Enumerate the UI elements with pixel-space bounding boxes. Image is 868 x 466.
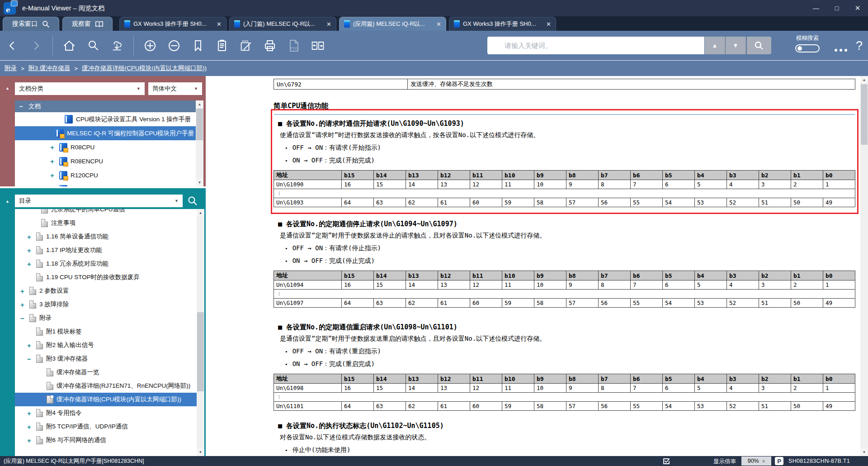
pdf-icon[interactable]: PDF	[286, 38, 302, 53]
collapse-icon[interactable]: −	[19, 103, 28, 110]
toc-item[interactable]: + 1.18 冗余系统对应功能	[15, 257, 204, 271]
print-icon[interactable]	[262, 38, 278, 53]
scroll-up-icon[interactable]: ▲	[860, 76, 868, 84]
keyword-search-input[interactable]	[487, 37, 704, 54]
toc-dropdown[interactable]: 目录 ▼	[15, 195, 183, 207]
toc-item[interactable]: + 1.17 IP地址更改功能	[15, 243, 204, 257]
zoom-in-icon[interactable]	[142, 38, 158, 53]
document-tab[interactable]: (入门篇) MELSEC iQ-R以... ✕	[229, 17, 336, 31]
zoom-out-icon[interactable]	[166, 38, 182, 53]
expander-icon[interactable]: +	[27, 409, 36, 417]
scroll-up-icon[interactable]: ▲	[196, 100, 203, 108]
breadcrumb-link[interactable]: 缓冲存储器详细(CPU模块(内置以太网端口部))	[82, 64, 207, 72]
toc-item[interactable]: + 3 故障排除	[15, 298, 204, 311]
toc-scrollbar[interactable]: ▲ ▼	[197, 209, 204, 456]
scrollbar-thumb[interactable]	[197, 312, 204, 391]
check-status-icon[interactable]	[663, 457, 670, 465]
breadcrumb-link[interactable]: 附录	[5, 64, 17, 72]
expander-icon[interactable]: +	[27, 342, 36, 349]
bookmark-icon[interactable]	[190, 38, 206, 53]
close-tab-icon[interactable]: ✕	[436, 21, 441, 28]
toc-item[interactable]: + 2 参数设置	[15, 284, 204, 298]
breadcrumb-link[interactable]: 附3 缓冲存储器	[28, 64, 70, 72]
toc-item[interactable]: + 附4 专用指令	[15, 406, 204, 420]
tab-watch-window[interactable]: 观察窗	[62, 17, 113, 31]
tab-search-window[interactable]: 搜索窗口	[3, 17, 59, 31]
expander-icon[interactable]: −	[27, 355, 36, 363]
expander-icon[interactable]: +	[20, 301, 29, 309]
forward-icon[interactable]	[28, 38, 44, 53]
toc-item[interactable]: 附1 模块标签	[15, 325, 204, 338]
ellipsis-row: ⋮	[274, 393, 855, 402]
search-next-button[interactable]: ▼	[726, 37, 746, 54]
document-tree-item[interactable]: + R08CPU	[15, 140, 203, 154]
document-tab[interactable]: GX Works3 操作手册 SH0... ✕	[119, 17, 226, 31]
main-scrollbar[interactable]: ▲ ▼	[860, 76, 868, 456]
help-icon[interactable]: ?	[856, 39, 863, 53]
expander-icon[interactable]: +	[27, 423, 36, 431]
home-icon[interactable]	[61, 38, 77, 53]
document-tree-item[interactable]: + R08ENCPU	[15, 154, 203, 168]
scroll-down-icon[interactable]: ▼	[860, 448, 868, 456]
toc-item[interactable]: 缓冲存储器详细(CPU模块(内置以太网端口部))	[15, 393, 204, 406]
document-tab-label: GX Works3 操作手册 SH0...	[463, 20, 536, 28]
collapse-panel-icon[interactable]: ▲	[5, 199, 9, 204]
collapse-panel-icon[interactable]: ▲	[5, 86, 9, 90]
document-category-dropdown[interactable]: 文档分类 ▼	[15, 82, 145, 95]
expander-icon[interactable]: +	[27, 437, 36, 444]
fuzzy-search-toggle[interactable]	[795, 44, 820, 52]
close-tab-icon[interactable]: ✕	[326, 21, 331, 28]
expander-icon[interactable]: +	[50, 185, 59, 186]
toc-item[interactable]: + 附6 与不同网络的通信	[15, 433, 204, 447]
document-tree-item[interactable]: +	[15, 182, 203, 186]
expander-icon[interactable]: +	[27, 247, 36, 254]
toc-item[interactable]: − 附录	[15, 311, 204, 325]
toc-item[interactable]: + 附2 输入输出信号	[15, 338, 204, 352]
table-row: Un\G792 发送缓冲、存储器不足发生次数	[274, 79, 855, 90]
document-tree-item[interactable]: + R120CPU	[15, 168, 203, 182]
close-window-icon[interactable]: ✕	[847, 0, 868, 16]
scroll-down-icon[interactable]: ▼	[197, 448, 204, 456]
document-tab[interactable]: GX Works3 操作手册 SH0... ✕	[449, 17, 556, 31]
toc-item[interactable]: − 附3 缓冲存储器	[15, 352, 204, 366]
close-tab-icon[interactable]: ✕	[546, 21, 551, 28]
cloud-download-icon[interactable]	[109, 38, 125, 53]
expander-icon[interactable]: +	[27, 260, 36, 268]
expander-icon[interactable]: −	[20, 314, 29, 322]
scroll-down-icon[interactable]: ▼	[196, 179, 203, 186]
toc-item[interactable]: 注意事项	[15, 216, 204, 230]
facing-pages-icon[interactable]	[310, 38, 326, 53]
back-icon[interactable]	[5, 38, 20, 53]
toc-item[interactable]: 缓冲存储器一览	[15, 366, 204, 379]
toc-item[interactable]: + 附5 TCP/IP通信、UDP/IP通信	[15, 420, 204, 433]
expander-icon[interactable]: +	[27, 233, 36, 241]
toc-search-icon[interactable]	[187, 195, 199, 207]
zoom-ratio-select[interactable]: 90% ∨	[741, 456, 771, 466]
scrollbar-thumb[interactable]	[196, 109, 203, 140]
toc-item[interactable]: 冗余系统中的简单CPU通信	[15, 209, 204, 216]
maximize-icon[interactable]: □	[826, 0, 847, 16]
expander-icon[interactable]: +	[50, 171, 59, 179]
close-tab-icon[interactable]: ✕	[217, 21, 222, 28]
expander-icon[interactable]: +	[20, 287, 29, 295]
document-tree-root[interactable]: − 文档	[15, 100, 203, 112]
expander-icon[interactable]: +	[50, 157, 59, 165]
run-search-button[interactable]	[747, 37, 771, 54]
compose-note-icon[interactable]	[238, 38, 254, 53]
search-page-icon[interactable]	[85, 38, 101, 53]
memo-icon[interactable]	[214, 38, 230, 53]
expander-icon[interactable]: +	[50, 143, 59, 151]
toc-item[interactable]: 1.19 CPU STOP时的接收数据废弃	[15, 271, 204, 284]
language-dropdown[interactable]: 简体中文 ▼	[148, 82, 202, 95]
scrollbar-thumb[interactable]	[861, 84, 868, 145]
toc-item[interactable]: + 1.16 简单设备通信功能	[15, 230, 204, 243]
scroll-up-icon[interactable]: ▲	[197, 209, 204, 217]
document-tree-item[interactable]: MELSEC iQ-R 可编程控制器CPU模块用户手册	[15, 126, 203, 140]
document-tree-scrollbar[interactable]: ▲ ▼	[196, 100, 203, 186]
document-tree-item[interactable]: CPU模块记录设置工具 Version 1 操作手册	[15, 112, 203, 126]
more-options-icon[interactable]	[835, 49, 847, 52]
search-previous-button[interactable]: ▲	[705, 37, 725, 54]
document-tab[interactable]: (应用篇) MELSEC iQ-R以... ✕	[339, 17, 446, 31]
toc-item[interactable]: 缓冲存储器详细(RJ71EN71、RnENCPU(网络部))	[15, 379, 204, 393]
minimize-icon[interactable]: —	[806, 0, 826, 16]
